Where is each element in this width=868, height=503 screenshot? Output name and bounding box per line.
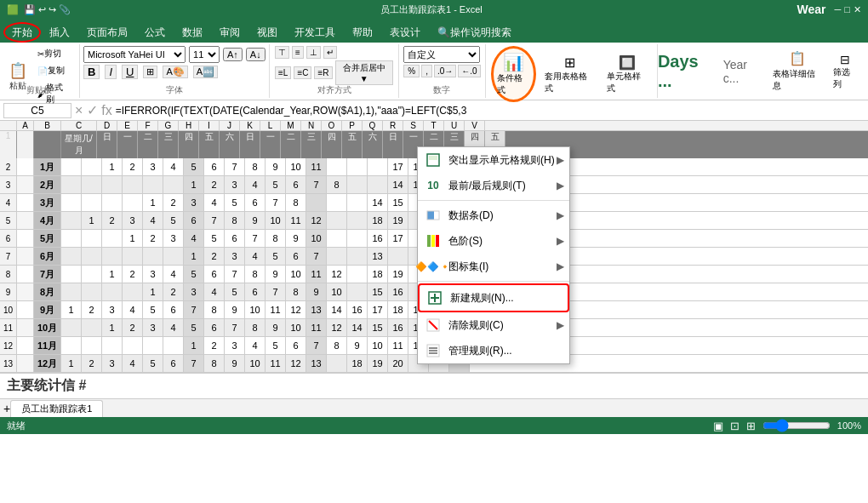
day-cell[interactable]: 12: [327, 266, 347, 283]
day-cell[interactable]: 1: [102, 158, 123, 175]
day-cell[interactable]: 8: [286, 194, 306, 211]
day-cell[interactable]: 7: [306, 337, 327, 354]
day-cell[interactable]: 4: [163, 319, 184, 336]
day-cell[interactable]: 3: [143, 319, 163, 336]
day-cell[interactable]: 16: [347, 301, 368, 318]
tab-data[interactable]: 数据: [174, 22, 211, 43]
increase-decimal-btn[interactable]: .0→: [434, 65, 456, 77]
underline-btn[interactable]: U: [122, 65, 138, 79]
tab-help[interactable]: 帮助: [344, 22, 381, 43]
tab-view[interactable]: 视图: [248, 22, 286, 43]
day-cell[interactable]: [327, 248, 347, 265]
day-cell[interactable]: 8: [225, 212, 245, 229]
day-cell[interactable]: 11: [306, 319, 327, 336]
day-cell[interactable]: [347, 194, 368, 211]
day-cell[interactable]: [61, 248, 82, 265]
day-cell[interactable]: [102, 194, 123, 211]
day-cell[interactable]: 3: [163, 230, 184, 247]
maximize-btn[interactable]: □: [844, 4, 850, 14]
menu-item-databar[interactable]: 数据条(D) ▶: [418, 203, 569, 228]
table-style-btn[interactable]: ⊞ 套用表格格式: [541, 53, 598, 96]
day-cell[interactable]: [143, 176, 163, 193]
cell-style-btn[interactable]: 🔲 单元格样式: [603, 53, 652, 96]
day-cell[interactable]: [123, 176, 143, 193]
menu-item-colorscale[interactable]: 色阶(S) ▶: [418, 228, 569, 254]
day-cell[interactable]: 8: [327, 176, 347, 193]
day-cell[interactable]: 4: [163, 266, 184, 283]
day-cell[interactable]: 10: [286, 266, 306, 283]
day-cell[interactable]: 20: [388, 355, 408, 372]
col-header-L[interactable]: L: [260, 121, 281, 130]
day-cell[interactable]: 4: [163, 158, 184, 175]
table-detail-btn[interactable]: 📋 表格详细信息: [773, 50, 823, 92]
col-header-G[interactable]: G: [158, 121, 179, 130]
day-cell[interactable]: 17: [368, 301, 388, 318]
day-cell[interactable]: 2: [204, 248, 225, 265]
menu-item-manage-rules[interactable]: 管理规则(R)...: [418, 338, 569, 363]
day-cell[interactable]: [61, 337, 82, 354]
day-cell[interactable]: [123, 248, 143, 265]
add-sheet-btn[interactable]: +: [3, 402, 10, 415]
day-cell[interactable]: 2: [163, 283, 184, 300]
day-cell[interactable]: 3: [143, 158, 163, 175]
day-cell[interactable]: 14: [347, 319, 368, 336]
day-cell[interactable]: 6: [204, 158, 225, 175]
day-cell[interactable]: 1: [61, 355, 82, 372]
day-cell[interactable]: [327, 230, 347, 247]
day-cell[interactable]: 12: [286, 301, 306, 318]
day-cell[interactable]: 9: [245, 212, 266, 229]
day-cell[interactable]: 2: [204, 337, 225, 354]
day-cell[interactable]: [82, 176, 102, 193]
day-cell[interactable]: 6: [225, 230, 245, 247]
day-cell[interactable]: [61, 319, 82, 336]
day-cell[interactable]: 3: [225, 176, 245, 193]
day-cell[interactable]: 9: [266, 319, 286, 336]
filter-btn[interactable]: ⊟ 筛选列: [830, 51, 861, 92]
col-header-S[interactable]: S: [403, 121, 424, 130]
menu-item-clear-rules[interactable]: 清除规则(C) ▶: [418, 312, 569, 338]
day-cell[interactable]: 2: [204, 176, 225, 193]
day-cell[interactable]: 8: [204, 301, 225, 318]
day-cell[interactable]: 1: [143, 194, 163, 211]
day-cell[interactable]: 4: [245, 248, 266, 265]
day-cell[interactable]: 6: [286, 248, 306, 265]
day-cell[interactable]: 9: [306, 283, 327, 300]
col-header-R[interactable]: R: [383, 121, 403, 130]
day-cell[interactable]: 18: [368, 212, 388, 229]
day-cell[interactable]: 5: [184, 158, 204, 175]
tab-developer[interactable]: 开发工具: [286, 22, 344, 43]
minimize-btn[interactable]: ─: [835, 4, 842, 14]
day-cell[interactable]: 5: [143, 301, 163, 318]
day-cell[interactable]: 2: [102, 212, 123, 229]
day-cell[interactable]: 4: [123, 301, 143, 318]
day-cell[interactable]: 5: [266, 248, 286, 265]
day-cell[interactable]: 10: [286, 158, 306, 175]
day-cell[interactable]: 4: [245, 337, 266, 354]
number-format-selector[interactable]: 自定义: [403, 46, 480, 63]
day-cell[interactable]: 2: [123, 266, 143, 283]
menu-item-new-rule[interactable]: 新建规则(N)...: [418, 283, 569, 312]
day-cell[interactable]: [61, 283, 82, 300]
day-cell[interactable]: 1: [123, 230, 143, 247]
day-cell[interactable]: 10: [245, 301, 266, 318]
day-cell[interactable]: [82, 337, 102, 354]
day-cell[interactable]: [327, 355, 347, 372]
day-cell[interactable]: 6: [163, 355, 184, 372]
page-break-view-btn[interactable]: ⊞: [746, 420, 756, 432]
col-header-J[interactable]: J: [220, 121, 240, 130]
day-cell[interactable]: [102, 176, 123, 193]
day-cell[interactable]: [163, 176, 184, 193]
tab-search[interactable]: 🔍 操作说明搜索: [429, 22, 520, 43]
sheet-tab-1[interactable]: 员工出勤跟踪表1: [10, 400, 103, 417]
align-middle-btn[interactable]: ≡: [292, 46, 304, 59]
day-cell[interactable]: 7: [184, 355, 204, 372]
page-layout-view-btn[interactable]: ⊡: [730, 420, 740, 432]
merge-center-btn[interactable]: 合并后居中 ▼: [335, 60, 393, 85]
day-cell[interactable]: [327, 194, 347, 211]
day-cell[interactable]: 7: [306, 248, 327, 265]
day-cell[interactable]: [61, 230, 82, 247]
col-header-B[interactable]: B: [34, 121, 61, 130]
day-cell[interactable]: [347, 283, 368, 300]
align-top-btn[interactable]: ⊤: [275, 46, 289, 59]
day-cell[interactable]: 11: [266, 301, 286, 318]
